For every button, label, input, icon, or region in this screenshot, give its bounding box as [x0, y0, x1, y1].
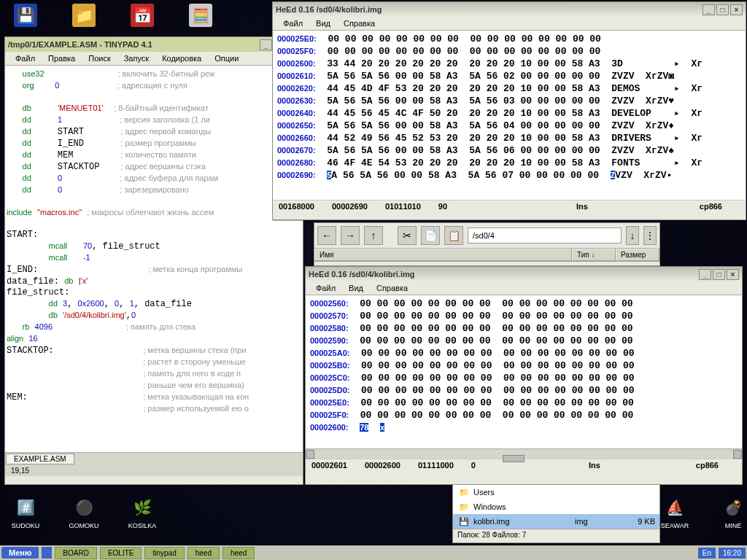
fm-footer: Папок: 28 Файлов: 7	[453, 529, 659, 540]
menu-item[interactable]: Опции	[209, 53, 244, 63]
fm-headers: Имя Тип ↓ Размер	[314, 249, 659, 262]
tinypad-menubar: ФайлПравкаПоискЗапускКодировкаОпции	[5, 52, 303, 66]
heed1-window: HeEd 0.16 /sd0/4/kolibri.img _□× ФайлВид…	[272, 1, 746, 220]
clock: 16:20	[719, 548, 746, 559]
fm-list: 📁Users📁Windows💾kolibri.imgimg9 KB	[453, 485, 659, 529]
path-input[interactable]	[468, 228, 622, 244]
col-name[interactable]: Имя	[314, 249, 572, 261]
heed1-title: HeEd 0.16 /sd0/4/kolibri.img	[276, 5, 703, 14]
desktop-icon[interactable]: ⚫GOMOKU	[66, 496, 102, 529]
min-button[interactable]: _	[703, 4, 715, 15]
heed2-menubar: ФайлВидСправка	[306, 281, 742, 295]
menu-item[interactable]: Запуск	[118, 53, 155, 63]
max-button[interactable]: □	[713, 269, 725, 280]
task-button[interactable]: EOLITE	[100, 547, 142, 559]
lang-indicator[interactable]: En	[698, 548, 716, 559]
heed1-titlebar[interactable]: HeEd 0.16 /sd0/4/kolibri.img _□×	[273, 2, 746, 17]
menu-item[interactable]: Вид	[343, 283, 369, 293]
tab[interactable]: EXAMPLE.ASM	[6, 454, 74, 464]
menu-item[interactable]: Вид	[310, 18, 336, 28]
menu-item[interactable]: Правка	[42, 53, 81, 63]
up-button[interactable]: ↑	[364, 226, 383, 245]
fm-row[interactable]: 📁Users	[453, 485, 659, 499]
heed2-titlebar[interactable]: HeEd 0.16 /sd0/4/kolibri.img _□×	[306, 267, 742, 281]
close-button[interactable]: ×	[730, 4, 743, 15]
fm-list-window: 📁Users📁Windows💾kolibri.imgimg9 KB Папок:…	[452, 485, 660, 543]
desktop-icon[interactable]: 🧮	[182, 4, 219, 30]
tinypad-title: /tmp0/1/EXAMPLE.ASM - TINYPAD 4.1	[8, 40, 260, 49]
tinypad-status: 19,15	[5, 465, 303, 476]
icon-row-bottom: #️⃣SUDOKU⚫GOMOKU🌿KOSILKA	[7, 496, 160, 529]
settings-button[interactable]: ⋮	[643, 226, 657, 245]
tinypad-titlebar[interactable]: /tmp0/1/EXAMPLE.ASM - TINYPAD 4.1 _□×	[5, 37, 303, 52]
task-button[interactable]: BOARD	[55, 547, 97, 559]
desktop-icon[interactable]: #️⃣SUDOKU	[7, 496, 44, 529]
min-button[interactable]: _	[260, 39, 272, 50]
menu-item[interactable]: Файл	[277, 18, 309, 28]
hex-view[interactable]: 00002560: 00 00 00 00 00 00 00 00 00 00 …	[306, 295, 742, 448]
heed2-title: HeEd 0.16 /sd0/4/kolibri.img	[309, 270, 699, 279]
fwd-button[interactable]: →	[341, 226, 360, 245]
fm-toolbar: ← → ↑ ✂ 📄 📋 ↓ ⋮	[314, 223, 659, 249]
heed1-menubar: ФайлВидСправка	[273, 17, 746, 31]
fm-row[interactable]: 📁Windows	[453, 499, 659, 514]
task-button[interactable]: heed	[222, 547, 255, 559]
tinypad-tabbar: EXAMPLE.ASM	[5, 452, 303, 465]
menu-item[interactable]: Кодировка	[156, 53, 207, 63]
menu-item[interactable]: Файл	[310, 283, 341, 293]
desktop-icon[interactable]: 📅	[124, 4, 160, 30]
desktop: 💾📁📅🧮 #️⃣SUDOKU⚫GOMOKU🌿KOSILKA ⛵SEAWAR💣MI…	[0, 0, 747, 560]
taskbar: Меню BOARDEOLITEtinypadheedheed En 16:20	[0, 545, 747, 560]
task-button[interactable]: tinypad	[144, 547, 184, 559]
back-button[interactable]: ←	[317, 226, 336, 245]
menu-item[interactable]: Справка	[371, 283, 414, 293]
heed2-window: HeEd 0.16 /sd0/4/kolibri.img _□× ФайлВид…	[305, 266, 743, 485]
col-type[interactable]: Тип ↓	[572, 249, 616, 261]
close-button[interactable]: ×	[727, 269, 739, 280]
icon-row-right: ⛵SEAWAR💣MINE	[657, 496, 747, 529]
menu-item[interactable]: Файл	[9, 53, 41, 63]
desktop-icon[interactable]: 💾	[7, 4, 44, 30]
menu-item[interactable]: Поиск	[82, 53, 116, 63]
desktop-icon[interactable]: ⛵SEAWAR	[657, 496, 693, 529]
code-area[interactable]: use32 ; включить 32-битный реж org 0 ; а…	[5, 66, 303, 452]
desktop-icon[interactable]: 💣MINE	[715, 496, 747, 529]
task-list: BOARDEOLITEtinypadheedheed	[55, 547, 255, 559]
desktop-icon[interactable]: 🌿KOSILKA	[124, 496, 160, 529]
icon-row-top: 💾📁📅🧮	[7, 4, 219, 30]
min-button[interactable]: _	[699, 269, 711, 280]
menu-item[interactable]: Справка	[338, 18, 381, 28]
task-button[interactable]: heed	[187, 547, 220, 559]
fm-row[interactable]: 💾kolibri.imgimg9 KB	[453, 514, 659, 529]
cut-button[interactable]: ✂	[398, 226, 417, 245]
taskbar-icon[interactable]	[42, 547, 52, 559]
max-button[interactable]: □	[716, 4, 729, 15]
filemanager-toolbar-window: ← → ↑ ✂ 📄 📋 ↓ ⋮ Имя Тип ↓ Размер	[314, 222, 660, 266]
heed1-status: 00168000000026900101101090Inscp866	[273, 200, 746, 212]
desktop-icon[interactable]: 📁	[66, 4, 102, 30]
h-scrollbar[interactable]	[306, 448, 742, 459]
paste-button[interactable]: 📋	[444, 226, 463, 245]
copy-button[interactable]: 📄	[421, 226, 440, 245]
start-menu[interactable]: Меню	[1, 547, 39, 559]
hex-view[interactable]: 000025E0: 00 00 00 00 00 00 00 00 00 00 …	[273, 31, 746, 200]
col-size[interactable]: Размер	[616, 249, 659, 261]
tinypad-window: /tmp0/1/EXAMPLE.ASM - TINYPAD 4.1 _□× Фа…	[4, 36, 303, 485]
path-dropdown[interactable]: ↓	[626, 226, 639, 245]
